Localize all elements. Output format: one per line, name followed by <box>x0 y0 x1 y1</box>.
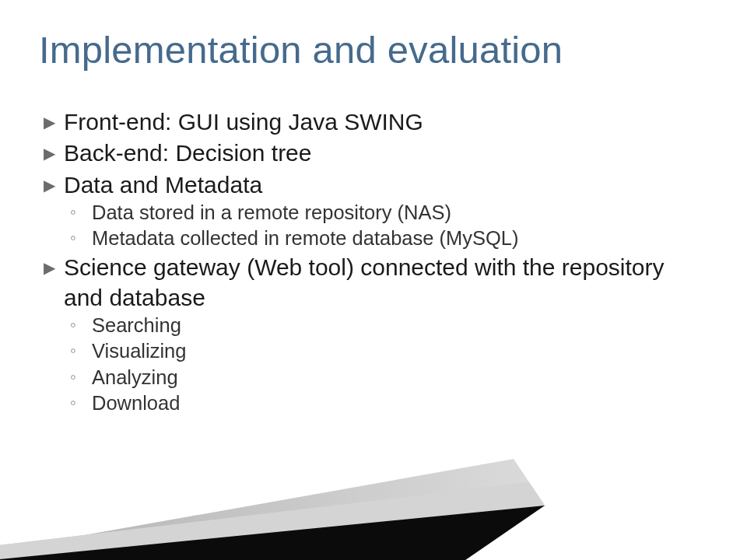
triangle-bullet-icon: ▶ <box>42 107 64 137</box>
bullet-text: Data and Metadata <box>64 170 688 200</box>
bullet-text: Front-end: GUI using Java SWING <box>64 107 688 137</box>
slide: Implementation and evaluation ▶ Front-en… <box>0 0 747 560</box>
svg-marker-2 <box>0 459 545 560</box>
svg-marker-4 <box>0 482 545 560</box>
bullet-level2: Visualizing <box>42 338 688 364</box>
bullet-text: Visualizing <box>92 338 688 364</box>
svg-marker-6 <box>0 482 545 560</box>
bullet-level2: Download <box>42 390 688 416</box>
triangle-bullet-icon: ▶ <box>42 253 64 282</box>
circle-bullet-icon <box>42 200 92 226</box>
bullet-level2: Metadata collected in remote database (M… <box>42 226 688 251</box>
triangle-bullet-icon: ▶ <box>42 170 64 200</box>
bullet-text: Science gateway (Web tool) connected wit… <box>64 253 688 313</box>
circle-bullet-icon <box>42 365 92 390</box>
bullet-text: Searching <box>92 313 688 338</box>
circle-bullet-icon <box>42 313 92 338</box>
svg-marker-5 <box>0 506 545 560</box>
slide-body: ▶ Front-end: GUI using Java SWING ▶ Back… <box>42 107 688 418</box>
bullet-level2: Searching <box>42 313 688 338</box>
circle-bullet-icon <box>42 390 92 416</box>
slide-title: Implementation and evaluation <box>39 28 563 72</box>
svg-marker-3 <box>0 482 545 560</box>
decorative-wedge <box>0 459 545 560</box>
svg-marker-7 <box>0 506 545 560</box>
bullet-level1: ▶ Front-end: GUI using Java SWING <box>42 107 688 137</box>
bullet-text: Metadata collected in remote database (M… <box>92 226 688 251</box>
bullet-level2: Data stored in a remote repository (NAS) <box>42 200 688 226</box>
bullet-level2: Analyzing <box>42 365 688 390</box>
bullet-text: Analyzing <box>92 365 688 390</box>
bullet-level1: ▶ Data and Metadata Data stored in a rem… <box>42 170 688 252</box>
bullet-text: Back-end: Decision tree <box>64 138 688 168</box>
bullet-text: Data stored in a remote repository (NAS) <box>92 200 688 226</box>
bullet-level1: ▶ Science gateway (Web tool) connected w… <box>42 253 688 415</box>
svg-marker-0 <box>0 459 545 560</box>
bullet-level1: ▶ Back-end: Decision tree <box>42 138 688 168</box>
circle-bullet-icon <box>42 338 92 364</box>
bullet-text: Download <box>92 390 688 416</box>
svg-marker-1 <box>0 506 545 560</box>
triangle-bullet-icon: ▶ <box>42 138 64 168</box>
circle-bullet-icon <box>42 226 92 251</box>
